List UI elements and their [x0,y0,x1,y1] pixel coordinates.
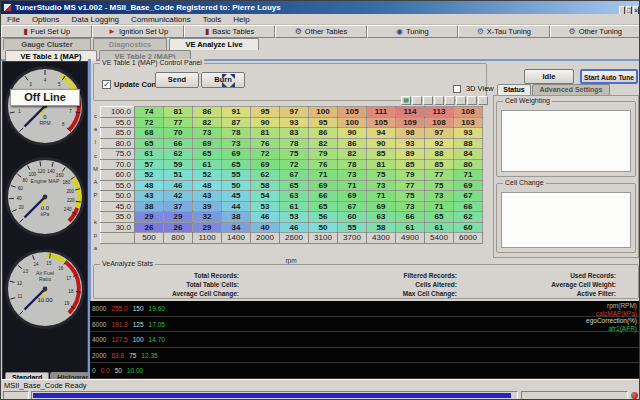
ve-cell[interactable]: 26 [164,222,193,233]
ve-cell[interactable]: 57 [135,159,164,170]
tab-gauge-cluster[interactable]: Gauge Cluster [3,38,91,50]
ve-cell[interactable]: 114 [396,107,425,118]
ve-cell[interactable]: 53 [280,212,309,223]
ve-cell[interactable]: 71 [338,180,367,191]
ve-cell[interactable]: 65 [425,212,454,223]
ve-cell[interactable]: 109 [396,117,425,128]
ve-cell[interactable]: 97 [425,128,454,139]
ve-cell[interactable]: 97 [280,107,309,118]
ve-cell[interactable]: 73 [338,170,367,181]
ve-cell[interactable]: 71 [425,201,454,212]
ve-cell[interactable]: 71 [309,170,338,181]
ve-cell[interactable]: 86 [338,138,367,149]
ve-cell[interactable]: 87 [222,117,251,128]
3d-view-checkbox[interactable]: 3D View [453,84,494,93]
ve-cell[interactable]: 59 [164,159,193,170]
ve-cell[interactable]: 43 [135,191,164,202]
ve-cell[interactable]: 90 [367,138,396,149]
ve-cell[interactable]: 89 [396,149,425,160]
menu-tools[interactable]: Tools [197,15,228,24]
tool-icon[interactable]: · [434,96,444,105]
ve-cell[interactable]: 65 [135,138,164,149]
ve-cell[interactable]: 81 [164,107,193,118]
ve-cell[interactable]: 100 [338,117,367,128]
ve-cell[interactable]: 81 [367,159,396,170]
ve-cell[interactable]: 78 [338,159,367,170]
tool-icon[interactable]: · [478,96,488,105]
ve-cell[interactable]: 68 [135,128,164,139]
ve-cell[interactable]: 69 [309,180,338,191]
ve-cell[interactable]: 85 [396,159,425,170]
ve-cell[interactable]: 43 [193,191,222,202]
ve-cell[interactable]: 62 [164,149,193,160]
ve-cell[interactable]: 55 [222,170,251,181]
tab-ve-analyze-live[interactable]: VE Analyze Live [169,38,259,50]
toolbar-button-other-tuning[interactable]: ⚙Other Tuning [550,25,640,38]
ve-cell[interactable]: 95 [251,107,280,118]
ve-cell[interactable]: 93 [280,117,309,128]
toolbar-button-ignition-set-up[interactable]: ►Ignition Set Up [92,25,183,38]
ve-cell[interactable]: 69 [251,159,280,170]
ve-cell[interactable]: 92 [425,138,454,149]
ve-cell[interactable]: 85 [425,159,454,170]
ve-cell[interactable]: 37 [164,201,193,212]
ve-cell[interactable]: 52 [193,170,222,181]
toolbar-button-other-tables[interactable]: ⚙Other Tables [275,25,366,38]
tool-icon[interactable]: · [423,96,433,105]
ve-cell[interactable]: 82 [309,138,338,149]
ve-cell[interactable]: 76 [309,159,338,170]
ve-cell[interactable]: 69 [367,201,396,212]
ve-cell[interactable]: 77 [164,117,193,128]
ve-cell[interactable]: 69 [338,191,367,202]
tab-status[interactable]: Status [497,84,531,95]
ve-cell[interactable]: 73 [367,180,396,191]
ve-cell[interactable]: 61 [396,222,425,233]
ve-cell[interactable]: 61 [425,222,454,233]
ve-cell[interactable]: 70 [164,128,193,139]
menu-file[interactable]: File [1,15,26,24]
ve-cell[interactable]: 84 [454,149,483,160]
ve-cell[interactable]: 67 [280,170,309,181]
ve-cell[interactable]: 103 [454,117,483,128]
ve-cell[interactable]: 105 [338,107,367,118]
ve-cell[interactable]: 85 [367,149,396,160]
ve-cell[interactable]: 29 [164,212,193,223]
ve-cell[interactable]: 81 [251,128,280,139]
toolbar-button-tuning[interactable]: ◉Tuning [367,25,458,38]
ve-cell[interactable]: 93 [396,138,425,149]
ve-cell[interactable]: 72 [135,117,164,128]
ve-cell[interactable]: 26 [135,222,164,233]
ve-cell[interactable]: 61 [135,149,164,160]
toolbar-button-x-tau-tuning[interactable]: ⚙X-Tau Tuning [458,25,549,38]
tool-icon[interactable]: · [467,96,477,105]
ve-cell[interactable]: 113 [425,107,454,118]
ve-cell[interactable]: 77 [396,180,425,191]
menu-options[interactable]: Options [26,15,66,24]
subtab-1[interactable]: VE Table 1 (MAP) [5,50,97,61]
ve-cell[interactable]: 108 [425,117,454,128]
ve-cell[interactable]: 82 [338,149,367,160]
ve-cell[interactable]: 86 [193,107,222,118]
ve-cell[interactable]: 50 [309,222,338,233]
ve-cell[interactable]: 44 [222,201,251,212]
ve-cell[interactable]: 90 [338,128,367,139]
ve-cell[interactable]: 91 [222,107,251,118]
ve-cell[interactable]: 72 [280,159,309,170]
ve-cell[interactable]: 65 [222,159,251,170]
ve-cell[interactable]: 46 [164,180,193,191]
ve-cell[interactable]: 93 [454,128,483,139]
ve-cell[interactable]: 56 [309,212,338,223]
tab-diagnostics[interactable]: Diagnostics [93,38,167,50]
idle-button[interactable]: Idle [524,69,574,84]
tool-icon[interactable]: · [456,96,466,105]
ve-cell[interactable]: 75 [367,170,396,181]
ve-cell[interactable]: 78 [222,128,251,139]
ve-cell[interactable]: 77 [425,170,454,181]
start-auto-tune-button[interactable]: Start Auto Tune [580,69,638,84]
ve-cell[interactable]: 55 [338,222,367,233]
ve-cell[interactable]: 86 [309,128,338,139]
ve-cell[interactable]: 65 [280,180,309,191]
ve-cell[interactable]: 69 [222,149,251,160]
ve-cell[interactable]: 61 [280,201,309,212]
ve-cell[interactable]: 34 [222,222,251,233]
